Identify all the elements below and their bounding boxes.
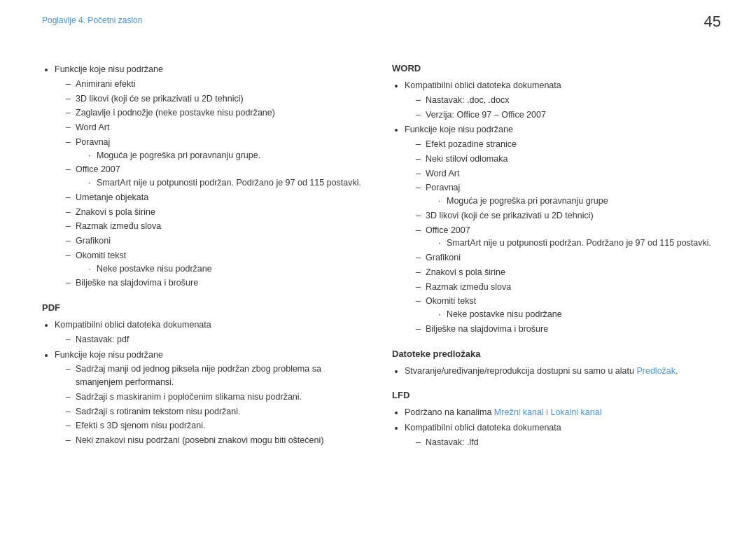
sub-item: Razmak između slova: [66, 220, 364, 233]
sub-item: Znakovi s pola širine: [66, 206, 364, 219]
sub-list: Nastavak: .lfd: [405, 436, 714, 449]
sub-item: Efekt pozadine stranice: [416, 138, 714, 151]
item-text: Funkcije koje nisu podržane: [55, 64, 163, 74]
sub-sub-list: Neke postavke nisu podržane: [76, 262, 364, 276]
sub-sub-list: Neke postavke nisu podržane: [426, 308, 714, 321]
sub-item: Znakovi s pola širine: [416, 266, 714, 279]
datoteke-section-title: Datoteke predložaka: [392, 349, 714, 359]
list-item: Kompatibilni oblici datoteka dokumenata …: [55, 318, 364, 346]
sub-sub-item: Moguća je pogreška pri poravnanju grupe.: [87, 149, 364, 162]
sub-item: Okomiti tekst Neke postavke nisu podržan…: [416, 295, 714, 321]
sub-item: Grafikoni: [66, 234, 364, 248]
lfd-list: Podržano na kanalima Mrežni kanal i Loka…: [392, 406, 714, 449]
sub-list: Nastavak: .doc, .docx Verzija: Office 97…: [405, 94, 714, 122]
list-item: Stvaranje/uređivanje/reprodukcija dostup…: [405, 365, 714, 378]
list-item: Kompatibilni oblici datoteka dokumenata …: [405, 79, 714, 121]
item-text: Podržano na kanalima: [405, 407, 494, 417]
sub-item: Animirani efekti: [66, 78, 364, 91]
list-item: Funkcije koje nisu podržane Efekt pozadi…: [405, 123, 714, 335]
sub-sub-item: Moguća je pogreška pri poravnanju grupe: [437, 195, 714, 208]
sub-item: Umetanje objekata: [66, 191, 364, 204]
page-container: 45 Poglavlje 4. Početni zaslon Funkcije …: [0, 0, 756, 534]
page-number: 45: [704, 13, 721, 31]
left-column: Funkcije koje nisu podržane Animirani ef…: [42, 63, 364, 454]
sub-list: Animirani efekti 3D likovi (koji će se p…: [55, 78, 364, 290]
sub-sub-item: Neke postavke nisu podržane: [87, 262, 364, 276]
datoteke-list: Stvaranje/uređivanje/reprodukcija dostup…: [392, 365, 714, 378]
sub-item: Office 2007 SmartArt nije u potpunosti p…: [416, 224, 714, 251]
sub-item: Efekti s 3D sjenom nisu podržani.: [66, 419, 364, 433]
word-list: Kompatibilni oblici datoteka dokumenata …: [392, 79, 714, 336]
sub-sub-list: SmartArt nije u potpunosti podržan. Podr…: [76, 176, 364, 190]
item-text: Kompatibilni oblici datoteka dokumenata: [55, 320, 211, 330]
sub-item: Nastavak: .doc, .docx: [416, 94, 714, 107]
item-text: Kompatibilni oblici datoteka dokumenata: [405, 423, 561, 433]
sub-item: 3D likovi (koji će se prikazivati u 2D t…: [66, 92, 364, 106]
sub-item: Office 2007 SmartArt nije u potpunosti p…: [66, 163, 364, 190]
item-text: Funkcije koje nisu podržane: [405, 125, 513, 134]
sub-item: Sadržaji s rotiranim tekstom nisu podrža…: [66, 405, 364, 419]
sub-item: Grafikoni: [416, 251, 714, 265]
sub-item: Bilješke na slajdovima i brošure: [416, 323, 714, 336]
predlozak-link[interactable]: Predložak: [636, 366, 676, 376]
pdf-section-title: PDF: [42, 302, 364, 313]
sub-sub-list: SmartArt nije u potpunosti podržan. Podr…: [426, 237, 714, 250]
list-item: Funkcije koje nisu podržane Sadržaj manj…: [55, 349, 364, 447]
item-text: Kompatibilni oblici datoteka dokumenata: [405, 80, 561, 90]
item-text-suffix: .: [676, 366, 678, 376]
item-text: Stvaranje/uređivanje/reprodukcija dostup…: [405, 366, 636, 376]
sub-item: Sadržaji s maskiranim i popločenim slika…: [66, 391, 364, 404]
sub-sub-item: SmartArt nije u potpunosti podržan. Podr…: [87, 176, 364, 190]
sub-sub-item: Neke postavke nisu podržane: [437, 308, 714, 321]
lfd-section-title: LFD: [392, 390, 714, 400]
sub-item: Neki stilovi odlomaka: [416, 153, 714, 166]
sub-list: Sadržaj manji od jednog piksela nije pod…: [55, 363, 364, 447]
sub-item: Poravnaj Moguća je pogreška pri poravnan…: [416, 181, 714, 208]
sub-sub-item: SmartArt nije u potpunosti podržan. Podr…: [437, 237, 714, 250]
sub-item: Nastavak: pdf: [66, 333, 364, 346]
sub-sub-list: Moguća je pogreška pri poravnanju grupe.: [76, 149, 364, 162]
list-item: Kompatibilni oblici datoteka dokumenata …: [405, 421, 714, 449]
sub-item: Verzija: Office 97 – Office 2007: [416, 108, 714, 122]
sub-sub-list: Moguća je pogreška pri poravnanju grupe: [426, 195, 714, 208]
pdf-list: Kompatibilni oblici datoteka dokumenata …: [42, 318, 364, 447]
sub-item: Word Art: [416, 167, 714, 181]
sub-item: Poravnaj Moguća je pogreška pri poravnan…: [66, 136, 364, 162]
sub-list: Nastavak: pdf: [55, 333, 364, 346]
sub-item: Neki znakovi nisu podržani (posebni znak…: [66, 434, 364, 447]
sub-list: Efekt pozadine stranice Neki stilovi odl…: [405, 138, 714, 336]
list-item: Podržano na kanalima Mrežni kanal i Loka…: [405, 406, 714, 419]
sub-item: Sadržaj manji od jednog piksela nije pod…: [66, 363, 364, 389]
word-section-title: WORD: [392, 63, 714, 73]
sub-item: 3D likovi (koji će se prikazivati u 2D t…: [416, 209, 714, 223]
sub-item: Word Art: [66, 121, 364, 134]
content-area: Funkcije koje nisu podržane Animirani ef…: [42, 63, 714, 454]
list-item: Funkcije koje nisu podržane Animirani ef…: [55, 63, 364, 290]
right-column: WORD Kompatibilni oblici datoteka dokume…: [392, 63, 714, 454]
sub-item: Zaglavlje i podnožje (neke postavke nisu…: [66, 106, 364, 120]
mrežni-kanal-link[interactable]: Mrežni kanal i Lokalni kanal: [494, 407, 602, 417]
intro-list: Funkcije koje nisu podržane Animirani ef…: [42, 63, 364, 290]
sub-item: Okomiti tekst Neke postavke nisu podržan…: [66, 249, 364, 276]
breadcrumb: Poglavlje 4. Početni zaslon: [42, 15, 142, 25]
item-text: Funkcije koje nisu podržane: [55, 350, 163, 360]
sub-item: Nastavak: .lfd: [416, 436, 714, 449]
sub-item: Razmak između slova: [416, 281, 714, 294]
sub-item: Bilješke na slajdovima i brošure: [66, 276, 364, 290]
